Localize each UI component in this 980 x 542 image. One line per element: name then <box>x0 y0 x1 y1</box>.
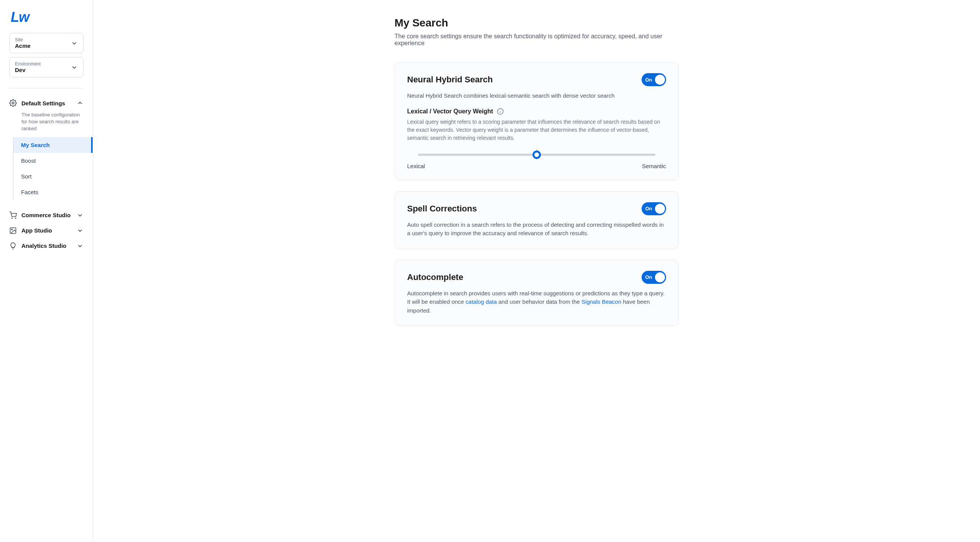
neural-desc: Neural Hybrid Search combines lexical-se… <box>407 92 666 100</box>
autocomplete-desc-mid: and user behavior data from the <box>497 298 581 305</box>
environment-selector[interactable]: Environment Dev <box>9 57 83 77</box>
toggle-knob <box>655 272 665 282</box>
divider <box>9 88 83 88</box>
site-selector[interactable]: Site Acme <box>9 33 83 53</box>
neural-toggle[interactable]: On <box>642 73 666 86</box>
logo: Lw <box>0 9 93 33</box>
subnav-facets[interactable]: Facets <box>13 184 93 200</box>
spell-toggle-label: On <box>645 206 652 211</box>
site-label: Site <box>15 37 31 43</box>
chevron-down-icon <box>77 212 83 219</box>
neural-title: Neural Hybrid Search <box>407 75 493 85</box>
gear-icon <box>9 99 17 107</box>
slider-thumb[interactable] <box>532 151 541 159</box>
subnav-my-search[interactable]: My Search <box>13 137 93 153</box>
main: My Search The core search settings ensur… <box>93 0 980 542</box>
subnav-default-settings: My Search Boost Sort Facets <box>13 137 93 200</box>
card-spell: Spell Corrections On Auto spell correcti… <box>395 191 679 249</box>
spell-toggle[interactable]: On <box>642 202 666 215</box>
env-value: Dev <box>15 67 41 73</box>
nav-commerce-studio[interactable]: Commerce Studio <box>0 208 93 223</box>
nav-app-studio-label: App Studio <box>21 227 72 234</box>
nav-default-settings[interactable]: Default Settings <box>0 95 93 111</box>
chevron-down-icon <box>71 40 78 47</box>
chevron-down-icon <box>77 242 83 249</box>
env-label: Environment <box>15 61 41 67</box>
nav-commerce-studio-label: Commerce Studio <box>21 212 72 218</box>
chevron-down-icon <box>71 64 78 71</box>
info-icon[interactable] <box>497 108 504 115</box>
page-subtitle: The core search settings ensure the sear… <box>395 33 679 47</box>
nav-default-settings-label: Default Settings <box>21 100 72 106</box>
svg-point-0 <box>12 102 14 104</box>
slider-right-label: Semantic <box>642 163 666 169</box>
sidebar: Lw Site Acme Environment Dev Default Set… <box>0 0 93 542</box>
nav-default-settings-desc: The baseline configuration for how searc… <box>0 111 93 137</box>
weight-desc: Lexical query weight refers to a scoring… <box>407 118 666 142</box>
bulb-icon <box>9 242 17 250</box>
autocomplete-toggle[interactable]: On <box>642 271 666 284</box>
slider-left-label: Lexical <box>407 163 425 169</box>
autocomplete-desc: Autocomplete in search provides users wi… <box>407 289 666 315</box>
chevron-down-icon <box>77 227 83 234</box>
chevron-up-icon <box>77 100 83 106</box>
subnav-sort[interactable]: Sort <box>13 169 93 184</box>
card-neural-hybrid: Neural Hybrid Search On Neural Hybrid Se… <box>395 62 679 180</box>
cart-icon <box>9 211 17 219</box>
signals-beacon-link[interactable]: Signals Beacon <box>581 298 621 305</box>
neural-toggle-label: On <box>645 77 652 83</box>
autocomplete-toggle-label: On <box>645 274 652 280</box>
svg-point-1 <box>12 218 13 218</box>
card-autocomplete: Autocomplete On Autocomplete in search p… <box>395 260 679 326</box>
page-title: My Search <box>395 17 679 29</box>
weight-title: Lexical / Vector Query Weight <box>407 108 493 115</box>
weight-slider[interactable] <box>407 154 666 156</box>
subnav-boost[interactable]: Boost <box>13 153 93 169</box>
logo-text: Lw <box>11 9 29 25</box>
spell-title: Spell Corrections <box>407 204 477 214</box>
nav-app-studio[interactable]: App Studio <box>0 223 93 238</box>
slider-track <box>418 154 655 156</box>
svg-point-2 <box>15 218 16 218</box>
site-value: Acme <box>15 43 31 49</box>
spell-desc: Auto spell correction in a search refers… <box>407 221 666 238</box>
catalog-data-link[interactable]: catalog data <box>466 298 497 305</box>
nav-analytics-studio-label: Analytics Studio <box>21 242 72 249</box>
toggle-knob <box>655 204 665 214</box>
toggle-knob <box>655 75 665 85</box>
nav-analytics-studio[interactable]: Analytics Studio <box>0 238 93 254</box>
svg-point-4 <box>11 229 12 230</box>
autocomplete-title: Autocomplete <box>407 272 464 282</box>
image-icon <box>9 227 17 234</box>
